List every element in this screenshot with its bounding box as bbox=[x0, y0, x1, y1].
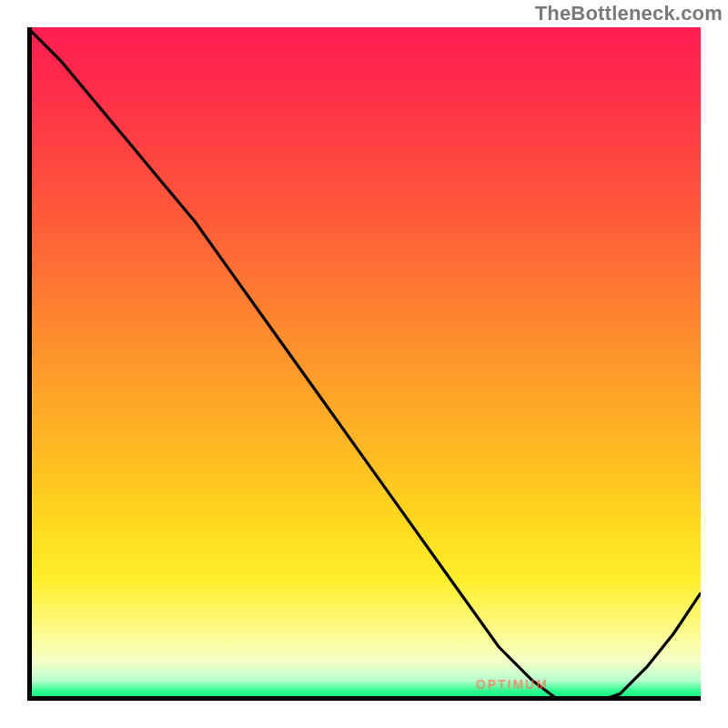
bottleneck-curve bbox=[27, 27, 701, 701]
y-axis-line bbox=[27, 27, 32, 701]
attribution-text: TheBottleneck.com bbox=[535, 2, 723, 25]
chart-container: TheBottleneck.com OPTIMUM bbox=[0, 0, 728, 728]
x-axis-line bbox=[27, 696, 701, 701]
plot-area: OPTIMUM bbox=[27, 27, 701, 701]
optimal-region-label: OPTIMUM bbox=[476, 677, 549, 692]
